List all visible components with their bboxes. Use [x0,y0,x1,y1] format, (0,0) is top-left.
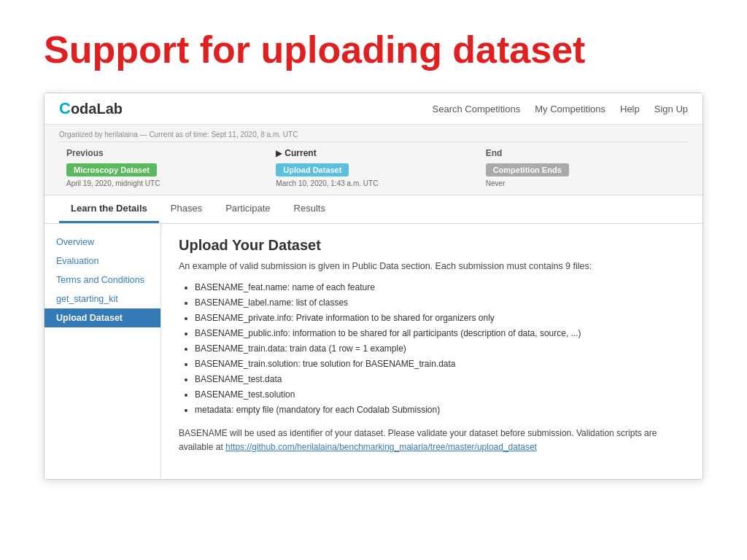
list-item: BASENAME_label.name: list of classes [195,296,685,309]
upload-title: Upload Your Dataset [179,237,685,254]
slide-title: Support for uploading dataset [44,29,703,71]
phase-previous-badge: Microscopy Dataset [66,163,157,176]
list-item: metadata: empty file (mandatory for each… [195,403,685,416]
phase-current-badge: Upload Dataset [276,163,349,176]
current-text: Current [285,148,316,158]
nav-help[interactable]: Help [620,104,640,114]
tab-phases[interactable]: Phases [159,195,214,223]
current-arrow-icon: ▶ [276,149,282,158]
nav-sign-up[interactable]: Sign Up [654,104,688,114]
list-item: BASENAME_test.solution [195,388,685,401]
phase-previous-date: April 19, 2020, midnight UTC [66,179,261,187]
phase-current-date: March 10, 2020, 1:43 a.m. UTC [276,179,471,187]
nav-my-competitions[interactable]: My Competitions [535,104,605,114]
phase-end-label: End [486,148,681,158]
tab-participate[interactable]: Participate [214,195,282,223]
tab-results[interactable]: Results [282,195,337,223]
phase-current-label: ▶ Current [276,148,471,158]
phase-bar: Organized by herilalaina — Current as of… [44,125,703,195]
sidebar: Overview Evaluation Terms and Conditions… [44,224,161,479]
phase-end: End Competition Ends Never [479,148,688,187]
basename-info: BASENAME will be used as identifier of y… [179,427,685,454]
list-item: BASENAME_train.data: train data (1 row =… [195,342,685,355]
file-list: BASENAME_feat.name: name of each feature… [179,281,685,416]
tab-learn-details[interactable]: Learn the Details [59,195,159,223]
phase-end-badge: Competition Ends [486,163,569,176]
tabs-header: Learn the Details Phases Participate Res… [44,195,703,224]
list-item: BASENAME_feat.name: name of each feature [195,281,685,294]
nav-search-competitions[interactable]: Search Competitions [433,104,521,114]
list-item: BASENAME_test.data [195,373,685,386]
sidebar-item-evaluation[interactable]: Evaluation [44,252,160,271]
upload-description: An example of valid submission is given … [179,260,685,273]
phase-previous-label: Previous [66,148,261,158]
codalab-logo: CodaLab [59,99,123,118]
navbar: CodaLab Search Competitions My Competiti… [44,93,703,125]
browser-frame: CodaLab Search Competitions My Competiti… [44,93,703,480]
list-item: BASENAME_private.info: Private informati… [195,311,685,324]
basename-link[interactable]: https://github.com/herilalaina/benchmark… [225,442,537,452]
logo-text: odaLab [71,101,123,117]
phase-end-date: Never [486,179,681,187]
sidebar-item-terms[interactable]: Terms and Conditions [44,271,160,289]
sidebar-item-overview[interactable]: Overview [44,233,160,252]
list-item: BASENAME_public.info: information to be … [195,327,685,340]
logo-c-letter: C [59,99,71,118]
phase-previous: Previous Microscopy Dataset April 19, 20… [59,148,268,187]
sidebar-item-upload-dataset[interactable]: Upload Dataset [44,308,160,327]
phases-columns: Previous Microscopy Dataset April 19, 20… [59,148,688,187]
main-panel: Upload Your Dataset An example of valid … [161,224,703,479]
navbar-links: Search Competitions My Competitions Help… [433,104,688,114]
content-area: Overview Evaluation Terms and Conditions… [44,224,703,479]
sidebar-item-starting-kit[interactable]: get_starting_kit [44,289,160,308]
organizer-line: Organized by herilalaina — Current as of… [59,131,688,142]
page-container: Support for uploading dataset CodaLab Se… [0,0,747,502]
list-item: BASENAME_train.solution: true solution f… [195,357,685,370]
phase-current: ▶ Current Upload Dataset March 10, 2020,… [268,148,478,187]
